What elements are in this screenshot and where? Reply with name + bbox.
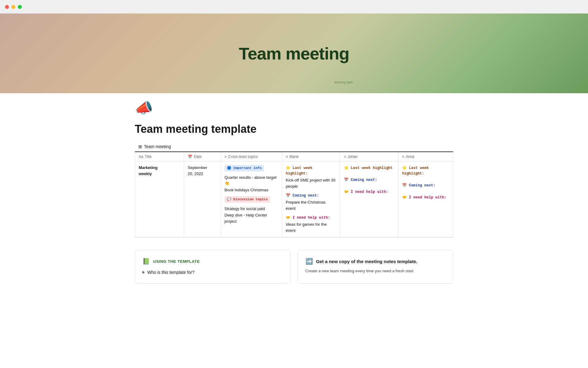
who-is-collapsible[interactable]: Who is this template for? — [142, 269, 283, 276]
bottom-section: 📗 USING THE TEMPLATE Who is this templat… — [110, 238, 478, 296]
card-left-header: 📗 USING THE TEMPLATE — [142, 258, 283, 265]
col-title-icon: Aa — [139, 155, 143, 159]
marie-coming-label: 📅 Coming next: — [286, 193, 319, 198]
tab-label: Team meeting — [144, 144, 171, 149]
col-johan: ≡ Johan — [340, 152, 398, 161]
card-right-header: ➡️ Get a new copy of the meeting notes t… — [305, 258, 446, 265]
marie-help-label: 🤝 I need help with: — [286, 215, 330, 220]
marie-highlight-text: Kick-off SME project with 30 people — [286, 177, 336, 189]
cell-date: September20, 2022 — [184, 162, 221, 237]
col-johan-icon: ≡ — [344, 155, 346, 159]
hero-title: Team meeting — [239, 44, 349, 63]
col-marie-icon: ≡ — [286, 155, 288, 159]
col-title: Aa Title — [135, 152, 184, 161]
col-anna-icon: ≡ — [402, 155, 404, 159]
tab-bar: ⊞ Team meeting — [135, 142, 453, 152]
cross-item-2: Book holidays Christmas — [224, 187, 278, 193]
database-table: Aa Title 📅 Date ≡ Cross-team topics ≡ Ma… — [135, 152, 453, 238]
row-date: September20, 2022 — [188, 165, 217, 177]
using-template-card: 📗 USING THE TEMPLATE Who is this templat… — [135, 250, 290, 284]
card-left-title: USING THE TEMPLATE — [153, 259, 200, 264]
arrow-right-icon: ➡️ — [305, 258, 313, 265]
badge-logo: learning tales — [335, 81, 353, 84]
card-right-title: Get a new copy of the meeting notes temp… — [316, 259, 417, 264]
important-info-badge: 🔵 Important info — [224, 165, 264, 171]
minimize-button[interactable] — [11, 5, 15, 9]
discussion-item-2: Deep dive - Help Center project — [224, 212, 278, 224]
cell-johan: 🌟 Last week highlight 📅 Coming next: 🤝 I… — [340, 162, 398, 237]
main-content: 📣 Team meeting template ⊞ Team meeting A… — [110, 93, 478, 238]
tab-team-meeting[interactable]: ⊞ Team meeting — [135, 142, 175, 152]
col-cross-team: ≡ Cross-team topics — [221, 152, 282, 161]
anna-coming-label: 📅 Coming next: — [402, 183, 435, 188]
col-anna: ≡ Anna — [398, 152, 453, 161]
hero-badge: learning tales — [335, 81, 353, 84]
table-row: Marketingweekly September20, 2022 🔵 Impo… — [135, 162, 453, 237]
book-icon: 📗 — [142, 258, 150, 265]
discussion-topics-badge: 💬 Discussion topics — [224, 196, 270, 203]
maximize-button[interactable] — [18, 5, 22, 9]
johan-coming-label: 📅 Coming next: — [344, 177, 377, 183]
anna-help-label: 🤝 I need help with: — [402, 195, 447, 200]
cross-item-1: Quarter results - above target 👏 — [224, 174, 278, 186]
close-button[interactable] — [5, 5, 9, 9]
new-copy-card: ➡️ Get a new copy of the meeting notes t… — [298, 250, 453, 284]
triangle-right-icon — [142, 271, 145, 274]
col-marie: ≡ Marie — [282, 152, 340, 161]
marie-coming-text: Prepare the Christmas event — [286, 199, 336, 211]
col-cross-icon: ≡ — [224, 155, 227, 159]
cell-anna: 🌟 Last week highlight: 📅 Coming next: 🤝 … — [398, 162, 453, 237]
marie-highlight-label: 🌟 Last week highlight: — [286, 165, 336, 176]
col-date: 📅 Date — [184, 152, 221, 161]
cell-marie: 🌟 Last week highlight: Kick-off SME proj… — [282, 162, 340, 237]
row-title: Marketingweekly — [139, 165, 180, 177]
cell-title: Marketingweekly — [135, 162, 184, 237]
page-icon-area: 📣 — [135, 93, 453, 120]
col-date-icon: 📅 — [188, 155, 192, 159]
cell-cross-team: 🔵 Important info Quarter results - above… — [221, 162, 282, 237]
discussion-item-1: Strategy for social paid — [224, 206, 278, 212]
anna-highlight-label: 🌟 Last week highlight: — [402, 165, 453, 176]
titlebar — [0, 0, 588, 13]
hero-banner: Team meeting learning tales — [0, 13, 588, 93]
megaphone-icon: 📣 — [135, 100, 153, 116]
collapsible-label: Who is this template for? — [147, 270, 194, 275]
johan-highlight-label: 🌟 Last week highlight — [344, 165, 393, 171]
card-right-subtitle: Create a new team meeting every time you… — [305, 269, 446, 273]
johan-help-label: 🤝 I need help with: — [344, 189, 388, 195]
tab-grid-icon: ⊞ — [138, 144, 142, 149]
table-header: Aa Title 📅 Date ≡ Cross-team topics ≡ Ma… — [135, 152, 453, 162]
page-title: Team meeting template — [135, 123, 453, 136]
marie-help-text: Ideas for games for the event — [286, 221, 336, 233]
